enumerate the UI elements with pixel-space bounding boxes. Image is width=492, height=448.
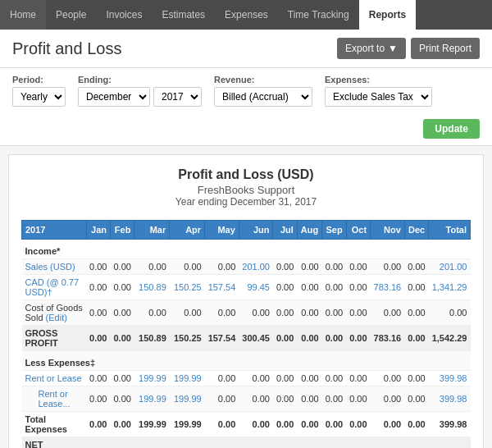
net-profit-row: NET PROFIT§ (USD)0.000.00(49.10)(49.74)1… [22, 437, 471, 449]
table-row: Rent or Lease0.000.00199.99199.990.000.0… [22, 371, 471, 386]
value-link[interactable]: 157.54 [208, 282, 236, 292]
value-link[interactable]: 199.99 [174, 373, 202, 383]
value-link[interactable]: 783.16 [374, 282, 402, 292]
page-title: Profit and Loss [12, 39, 121, 58]
page-header: Profit and Loss Export to ▼ Print Report [0, 30, 492, 68]
value-link[interactable]: 99.45 [247, 282, 270, 292]
revenue-label: Revenue: [214, 75, 312, 85]
table-section-header: Income* [22, 240, 471, 259]
nav-time-tracking[interactable]: Time Tracking [278, 0, 359, 30]
col-jun: Jun [239, 221, 273, 240]
value-link[interactable]: 150.25 [174, 282, 202, 292]
value-link[interactable]: 1,341.29 [432, 282, 467, 292]
col-aug: Aug [297, 221, 321, 240]
nav-home[interactable]: Home [0, 0, 46, 30]
gross-profit-row: GROSS PROFIT0.000.00150.89150.25157.5430… [22, 326, 471, 351]
col-apr: Apr [170, 221, 205, 240]
value-link[interactable]: 199.99 [174, 394, 202, 404]
col-total: Total [429, 221, 471, 240]
update-button[interactable]: Update [423, 119, 480, 139]
col-mar: Mar [134, 221, 170, 240]
navigation: Home People Invoices Estimates Expenses … [0, 0, 492, 30]
print-report-button[interactable]: Print Report [411, 38, 480, 59]
col-jan: Jan [86, 221, 110, 240]
col-nov: Nov [371, 221, 405, 240]
col-jul: Jul [273, 221, 297, 240]
period-select[interactable]: Yearly [12, 87, 66, 107]
value-link[interactable]: 199.99 [139, 373, 166, 383]
data-link[interactable]: CAD (@ 0.77 USD)† [25, 277, 80, 297]
expenses-select[interactable]: Exclude Sales Tax [325, 87, 432, 107]
col-sep: Sep [322, 221, 346, 240]
edit-link[interactable]: (Edit) [46, 313, 67, 322]
col-oct: Oct [346, 221, 370, 240]
data-link[interactable]: Rent or Lease [25, 373, 82, 383]
period-label: Period: [12, 75, 66, 85]
nav-people[interactable]: People [46, 0, 96, 30]
ending-label: Ending: [78, 75, 202, 85]
nav-expenses[interactable]: Expenses [215, 0, 278, 30]
data-link[interactable]: Sales (USD) [25, 262, 75, 272]
col-dec: Dec [404, 221, 428, 240]
value-link[interactable]: 399.98 [440, 373, 467, 383]
data-link[interactable]: Rent or Lease... [39, 389, 71, 409]
value-link[interactable]: 399.98 [440, 394, 467, 404]
header-actions: Export to ▼ Print Report [337, 38, 480, 59]
table-row: Rent or Lease...0.000.00199.99199.990.00… [22, 386, 471, 412]
year-header: 2017 [22, 221, 87, 240]
revenue-filter: Revenue: Billed (Accrual) [214, 75, 312, 107]
revenue-select[interactable]: Billed (Accrual) [214, 87, 312, 107]
table-row: Sales (USD)0.000.000.000.000.00201.000.0… [22, 259, 471, 275]
filters-bar: Period: Yearly Ending: December 2017 Rev… [0, 68, 492, 146]
export-button[interactable]: Export to ▼ [337, 38, 406, 59]
col-feb: Feb [110, 221, 134, 240]
expenses-filter: Expenses: Exclude Sales Tax [325, 75, 432, 107]
report-period: Year ending December 31, 2017 [21, 196, 471, 208]
expenses-label: Expenses: [325, 75, 432, 85]
report-title: Profit and Loss (USD) [21, 167, 471, 182]
period-filter: Period: Yearly [12, 75, 66, 107]
table-row: CAD (@ 0.77 USD)†0.000.00150.89150.25157… [22, 275, 471, 300]
ending-month-select[interactable]: December [78, 87, 150, 107]
ending-year-select[interactable]: 2017 [153, 87, 202, 107]
report-table: 2017 Jan Feb Mar Apr May Jun Jul Aug Sep… [21, 220, 471, 448]
report-container: Profit and Loss (USD) FreshBooks Support… [8, 154, 484, 448]
report-company: FreshBooks Support [21, 184, 471, 196]
table-section-header: Less Expenses‡ [22, 351, 471, 371]
ending-filter: Ending: December 2017 [78, 75, 202, 107]
value-link[interactable]: 199.99 [139, 394, 166, 404]
col-may: May [205, 221, 239, 240]
value-link[interactable]: 150.89 [139, 282, 166, 292]
nav-reports[interactable]: Reports [359, 0, 416, 30]
chevron-down-icon: ▼ [388, 43, 398, 54]
nav-invoices[interactable]: Invoices [96, 0, 152, 30]
total-expenses-row: Total Expenses0.000.00199.99199.990.000.… [22, 412, 471, 437]
value-link[interactable]: 201.00 [242, 262, 270, 272]
nav-estimates[interactable]: Estimates [152, 0, 215, 30]
table-row: Cost of Goods Sold (Edit)0.000.000.000.0… [22, 300, 471, 326]
value-link[interactable]: 201.00 [440, 262, 467, 272]
